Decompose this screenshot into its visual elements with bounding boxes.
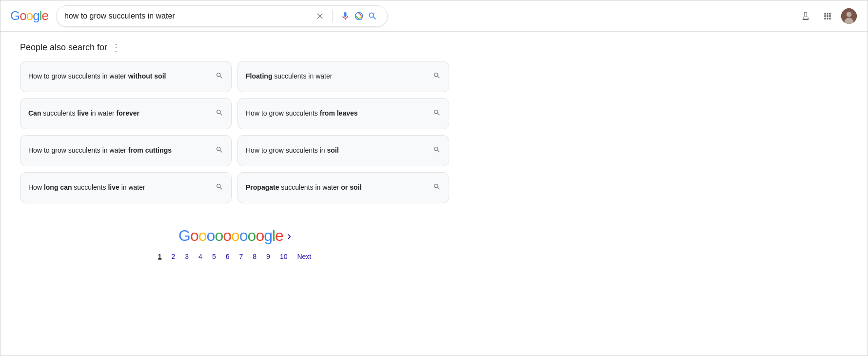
flask-icon — [800, 11, 811, 21]
card-4-text: How to grow succulents from leaves — [246, 109, 429, 119]
card-8-text: Propagate succulents in water or soil — [246, 183, 429, 193]
pagination-section: G o o o o o o o o o g l e › 1 2 3 4 5 6 … — [20, 227, 449, 278]
related-search-card-1[interactable]: How to grow succulents in water without … — [20, 61, 232, 92]
search-input[interactable]: how to grow succulents in water — [64, 12, 314, 20]
related-search-card-4[interactable]: How to grow succulents from leaves — [237, 98, 449, 129]
header-right — [796, 7, 858, 25]
page-10-link[interactable]: 10 — [276, 251, 292, 262]
card-3-search-icon — [216, 109, 223, 119]
page-9-link[interactable]: 9 — [262, 251, 274, 262]
related-search-card-2[interactable]: Floating succulents in water — [237, 61, 449, 92]
related-search-card-3[interactable]: Can succulents live in water forever — [20, 98, 232, 129]
lens-search-button[interactable] — [352, 9, 366, 23]
next-page-link[interactable]: Next — [293, 251, 315, 262]
search-button[interactable] — [366, 9, 379, 23]
card-5-search-icon — [216, 146, 223, 156]
related-search-card-5[interactable]: How to grow succulents in water from cut… — [20, 135, 232, 166]
page-2-link[interactable]: 2 — [168, 251, 179, 262]
section-title-text: People also search for — [20, 42, 107, 53]
lens-icon — [354, 11, 364, 21]
page-4-link[interactable]: 4 — [195, 251, 206, 262]
section-title-row: People also search for ⋮ — [20, 41, 449, 53]
voice-search-button[interactable] — [338, 9, 352, 23]
card-1-search-icon — [216, 72, 223, 81]
card-1-text: How to grow succulents in water without … — [28, 72, 212, 81]
card-5-text: How to grow succulents in water from cut… — [28, 146, 212, 156]
page-numbers: 1 2 3 4 5 6 7 8 9 10 Next — [154, 251, 316, 262]
card-7-search-icon — [216, 183, 223, 193]
card-3-text: Can succulents live in water forever — [28, 109, 212, 119]
related-search-card-8[interactable]: Propagate succulents in water or soil — [237, 172, 449, 203]
apps-button[interactable] — [819, 7, 836, 25]
card-8-search-icon — [433, 183, 441, 193]
related-search-card-7[interactable]: How long can succulents live in water — [20, 172, 232, 203]
avatar-image — [841, 8, 857, 24]
search-clear-button[interactable] — [314, 10, 326, 22]
card-2-search-icon — [433, 72, 441, 81]
page-5-link[interactable]: 5 — [208, 251, 220, 262]
page-8-link[interactable]: 8 — [249, 251, 260, 262]
page-6-link[interactable]: 6 — [222, 251, 234, 262]
google-logo[interactable]: Google — [10, 8, 48, 23]
header: Google how to grow succulents in water — [0, 0, 868, 32]
svg-point-3 — [845, 18, 853, 24]
card-6-search-icon — [433, 146, 441, 156]
close-icon — [316, 12, 324, 20]
search-icon — [368, 11, 377, 21]
page-7-link[interactable]: 7 — [236, 251, 247, 262]
main-content: People also search for ⋮ How to grow suc… — [0, 32, 469, 288]
card-2-text: Floating succulents in water — [246, 72, 429, 81]
svg-point-2 — [847, 12, 852, 17]
page-3-link[interactable]: 3 — [181, 251, 193, 262]
next-arrow-icon[interactable]: › — [287, 229, 291, 243]
microphone-icon — [340, 11, 350, 21]
related-searches-grid: How to grow succulents in water without … — [20, 61, 449, 203]
more-options-icon[interactable]: ⋮ — [111, 41, 121, 53]
card-4-search-icon — [433, 109, 441, 119]
card-7-text: How long can succulents live in water — [28, 183, 212, 193]
labs-button[interactable] — [796, 7, 815, 25]
search-bar: how to grow succulents in water — [56, 5, 388, 27]
page-1-link[interactable]: 1 — [154, 251, 166, 262]
card-6-text: How to grow succulents in soil — [246, 146, 429, 156]
apps-grid-icon — [823, 11, 832, 21]
search-divider — [332, 10, 333, 22]
related-search-card-6[interactable]: How to grow succulents in soil — [237, 135, 449, 166]
avatar[interactable] — [840, 7, 858, 25]
pagination-google-logo[interactable]: G o o o o o o o o o g l e › — [178, 227, 291, 245]
